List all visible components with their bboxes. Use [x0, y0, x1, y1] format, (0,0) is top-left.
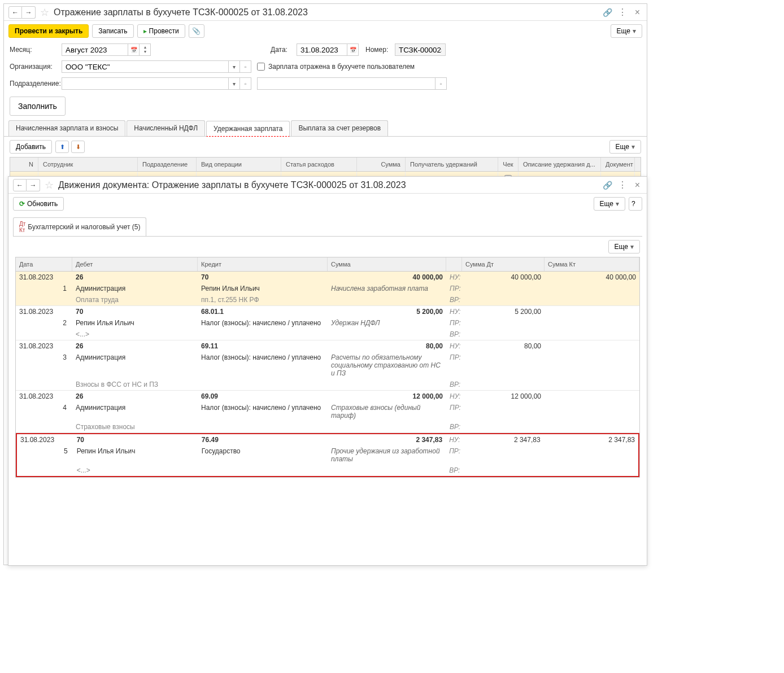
post-and-close-button[interactable]: Провести и закрыть: [8, 24, 89, 38]
movement-row[interactable]: 31.08.2023 26 69.11 80,00 НУ: 80,00 3 Ад…: [16, 340, 639, 391]
tab-accounting[interactable]: ДтКт Бухгалтерский и налоговый учет (5): [13, 217, 146, 236]
more-menu-icon[interactable]: ⋮: [618, 7, 627, 18]
movement-row[interactable]: 31.08.2023 70 76.49 2 347,83 НУ: 2 347,8…: [16, 433, 639, 477]
nav-back-button[interactable]: ←: [8, 6, 22, 19]
col-operation[interactable]: Вид операции: [197, 158, 281, 171]
col-sumkt[interactable]: Сумма Кт: [545, 257, 639, 271]
move-down-button[interactable]: ⬇: [71, 141, 85, 153]
movements-window: ← → ☆ Движения документа: Отражение зарп…: [8, 176, 647, 566]
write-button[interactable]: Записать: [92, 24, 133, 38]
post-button[interactable]: ▸Провести: [137, 24, 185, 38]
favorite-star-icon[interactable]: ☆: [39, 7, 50, 18]
dtkt-icon: ДтКт: [19, 221, 25, 233]
main-toolbar: Провести и закрыть Записать ▸Провести 📎 …: [4, 21, 647, 41]
tabs: Начисленная зарплата и взносы Начисленны…: [4, 120, 647, 137]
link-icon[interactable]: 🔗: [603, 8, 612, 17]
favorite-star-icon[interactable]: ☆: [43, 180, 55, 191]
grid-more-button[interactable]: Еще: [608, 240, 640, 254]
calendar-icon[interactable]: 📅: [128, 43, 140, 56]
reflected-label: Зарплата отражена в бухучете пользовател…: [268, 63, 415, 71]
refresh-button[interactable]: ⟳Обновить: [13, 197, 64, 211]
window-title: Движения документа: Отражение зарплаты в…: [58, 180, 603, 190]
open-icon[interactable]: ▫: [240, 77, 251, 90]
col-n[interactable]: N: [10, 158, 38, 171]
col-sum[interactable]: Сумма: [328, 257, 446, 271]
col-employee[interactable]: Сотрудник: [38, 158, 138, 171]
number-input[interactable]: [395, 43, 446, 56]
add-row-button[interactable]: Добавить: [10, 140, 52, 154]
col-cost[interactable]: Статья расходов: [281, 158, 357, 171]
col-sumdt[interactable]: Сумма Дт: [462, 257, 545, 271]
open-icon[interactable]: ▫: [240, 60, 251, 73]
window-title: Отражение зарплаты в бухучете ТСЗК-00002…: [54, 7, 603, 18]
nav-forward-button[interactable]: →: [22, 6, 36, 19]
close-icon[interactable]: ×: [633, 7, 642, 18]
dropdown-icon[interactable]: ▾: [229, 60, 240, 73]
close-icon[interactable]: ×: [633, 180, 642, 190]
tab-withheld[interactable]: Удержанная зарплата: [206, 121, 290, 137]
link-icon[interactable]: 🔗: [603, 181, 612, 190]
dept-input[interactable]: [62, 77, 229, 90]
month-label: Месяц:: [10, 46, 58, 54]
col-debit[interactable]: Дебет: [72, 257, 198, 271]
movement-row[interactable]: 31.08.2023 26 70 40 000,00 НУ: 40 000,00…: [16, 272, 639, 306]
tab-accrued[interactable]: Начисленная зарплата и взносы: [8, 120, 125, 136]
month-stepper[interactable]: ▴▾: [140, 43, 151, 56]
col-date[interactable]: Дата: [16, 257, 72, 271]
attach-button[interactable]: 📎: [189, 24, 204, 38]
org-input[interactable]: [62, 60, 229, 73]
date-input[interactable]: [297, 43, 347, 56]
tab-ndfl[interactable]: Начисленный НДФЛ: [127, 120, 205, 136]
titlebar: ← → ☆ Движения документа: Отражение зарп…: [8, 177, 647, 194]
col-recipient[interactable]: Получатель удержаний: [406, 158, 498, 171]
dropdown-icon[interactable]: ▾: [229, 77, 240, 90]
movements-grid: Дата Дебет Кредит Сумма Сумма Дт Сумма К…: [15, 257, 640, 478]
col-dept[interactable]: Подразделение: [138, 158, 197, 171]
titlebar: ← → ☆ Отражение зарплаты в бухучете ТСЗК…: [4, 4, 647, 21]
more-menu-icon[interactable]: ⋮: [618, 180, 627, 190]
date-picker-icon[interactable]: 📅: [347, 43, 359, 56]
col-doc[interactable]: Документ: [601, 158, 635, 171]
col-credit[interactable]: Кредит: [198, 257, 328, 271]
tab-reserve[interactable]: Выплата за счет резервов: [291, 120, 388, 136]
reflected-checkbox[interactable]: [257, 63, 265, 71]
date-label: Дата:: [271, 46, 293, 54]
movement-row[interactable]: 31.08.2023 70 68.01.1 5 200,00 НУ: 5 200…: [16, 306, 639, 340]
more-button[interactable]: Еще: [611, 24, 642, 38]
more-button[interactable]: Еще: [594, 197, 625, 211]
sub-more-button[interactable]: Еще: [609, 140, 641, 154]
month-input[interactable]: [62, 43, 128, 56]
open-icon[interactable]: ▫: [435, 77, 447, 90]
extra-input[interactable]: [257, 77, 435, 90]
movement-row[interactable]: 31.08.2023 26 69.09 12 000,00 НУ: 12 000…: [16, 391, 639, 433]
dept-label: Подразделение:: [10, 80, 58, 88]
col-check[interactable]: Чек: [498, 158, 519, 171]
fill-button[interactable]: Заполнить: [10, 97, 66, 116]
col-desc[interactable]: Описание удержания д...: [519, 158, 601, 171]
org-label: Организация:: [10, 63, 58, 71]
col-sum[interactable]: Сумма: [357, 158, 406, 171]
nav-back-button[interactable]: ←: [13, 179, 27, 191]
nav-forward-button[interactable]: →: [27, 179, 40, 191]
number-label: Номер:: [365, 46, 391, 54]
move-up-button[interactable]: ⬆: [55, 141, 69, 153]
help-button[interactable]: ?: [629, 197, 642, 211]
